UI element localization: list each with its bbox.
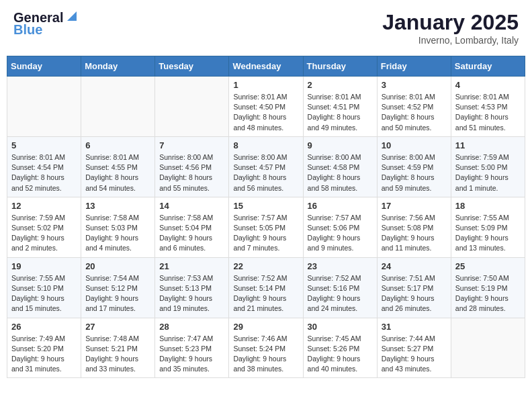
day-number: 4 [455,80,521,90]
day-info: Sunrise: 7:48 AMSunset: 5:21 PMDaylight:… [85,334,150,375]
day-info: Sunrise: 8:01 AMSunset: 4:54 PMDaylight:… [11,152,77,193]
day-info: Sunrise: 8:01 AMSunset: 4:51 PMDaylight:… [308,92,373,133]
day-info: Sunrise: 7:57 AMSunset: 5:05 PMDaylight:… [233,213,298,254]
logo: General Blue [13,10,79,37]
day-number: 2 [308,80,373,90]
calendar-empty-cell [7,77,81,137]
day-number: 21 [159,261,224,271]
calendar-header-thursday: Thursday [303,56,377,77]
calendar-day-8: 8Sunrise: 8:00 AMSunset: 4:57 PMDaylight… [229,136,303,197]
calendar-header-wednesday: Wednesday [229,56,303,77]
day-number: 14 [159,201,224,211]
day-number: 9 [308,140,373,150]
day-info: Sunrise: 7:58 AMSunset: 5:04 PMDaylight:… [159,213,224,254]
day-number: 30 [308,322,373,332]
day-info: Sunrise: 7:44 AMSunset: 5:27 PMDaylight:… [382,334,447,375]
day-number: 3 [382,80,447,90]
calendar-day-9: 9Sunrise: 8:00 AMSunset: 4:58 PMDaylight… [303,136,377,197]
day-info: Sunrise: 7:46 AMSunset: 5:24 PMDaylight:… [233,334,298,375]
day-number: 23 [308,261,373,271]
day-info: Sunrise: 7:55 AMSunset: 5:09 PMDaylight:… [455,213,521,254]
calendar-day-1: 1Sunrise: 8:01 AMSunset: 4:50 PMDaylight… [229,77,303,137]
calendar-header-saturday: Saturday [451,56,525,77]
calendar-day-23: 23Sunrise: 7:52 AMSunset: 5:16 PMDayligh… [303,257,377,318]
calendar-header-row: SundayMondayTuesdayWednesdayThursdayFrid… [7,56,525,77]
calendar-week-row: 5Sunrise: 8:01 AMSunset: 4:54 PMDaylight… [7,136,525,197]
calendar-day-30: 30Sunrise: 7:45 AMSunset: 5:26 PMDayligh… [303,318,377,378]
day-info: Sunrise: 7:58 AMSunset: 5:03 PMDaylight:… [85,213,150,254]
day-number: 7 [159,140,224,150]
day-info: Sunrise: 7:53 AMSunset: 5:13 PMDaylight:… [159,273,224,314]
logo-icon [64,9,79,24]
calendar-day-26: 26Sunrise: 7:49 AMSunset: 5:20 PMDayligh… [7,318,81,378]
calendar-day-24: 24Sunrise: 7:51 AMSunset: 5:17 PMDayligh… [377,257,451,318]
logo-text-blue: Blue [13,22,42,37]
calendar-day-27: 27Sunrise: 7:48 AMSunset: 5:21 PMDayligh… [81,318,155,378]
day-number: 26 [11,322,77,332]
day-info: Sunrise: 8:01 AMSunset: 4:52 PMDaylight:… [382,92,447,133]
day-info: Sunrise: 7:45 AMSunset: 5:26 PMDaylight:… [308,334,373,375]
calendar-empty-cell [81,77,155,137]
day-info: Sunrise: 7:54 AMSunset: 5:12 PMDaylight:… [85,273,150,314]
day-number: 1 [233,80,298,90]
calendar-day-6: 6Sunrise: 8:01 AMSunset: 4:55 PMDaylight… [81,136,155,197]
calendar-day-3: 3Sunrise: 8:01 AMSunset: 4:52 PMDaylight… [377,77,451,137]
day-number: 6 [85,140,150,150]
calendar-week-row: 26Sunrise: 7:49 AMSunset: 5:20 PMDayligh… [7,318,525,378]
day-number: 28 [159,322,224,332]
day-number: 12 [11,201,77,211]
day-number: 25 [455,261,521,271]
calendar-header-monday: Monday [81,56,155,77]
calendar-day-15: 15Sunrise: 7:57 AMSunset: 5:05 PMDayligh… [229,197,303,257]
month-title: January 2025 [382,10,519,35]
day-info: Sunrise: 8:01 AMSunset: 4:53 PMDaylight:… [455,92,521,133]
calendar-day-4: 4Sunrise: 8:01 AMSunset: 4:53 PMDaylight… [451,77,525,137]
calendar-header-friday: Friday [377,56,451,77]
day-info: Sunrise: 7:52 AMSunset: 5:14 PMDaylight:… [233,273,298,314]
calendar-day-21: 21Sunrise: 7:53 AMSunset: 5:13 PMDayligh… [155,257,229,318]
calendar-day-28: 28Sunrise: 7:47 AMSunset: 5:23 PMDayligh… [155,318,229,378]
day-info: Sunrise: 7:56 AMSunset: 5:08 PMDaylight:… [382,213,447,254]
calendar-day-20: 20Sunrise: 7:54 AMSunset: 5:12 PMDayligh… [81,257,155,318]
day-number: 16 [308,201,373,211]
calendar-header-sunday: Sunday [7,56,81,77]
calendar-day-11: 11Sunrise: 7:59 AMSunset: 5:00 PMDayligh… [451,136,525,197]
calendar-day-16: 16Sunrise: 7:57 AMSunset: 5:06 PMDayligh… [303,197,377,257]
day-number: 19 [11,261,77,271]
location-subtitle: Inverno, Lombardy, Italy [382,35,519,46]
day-number: 22 [233,261,298,271]
day-info: Sunrise: 8:00 AMSunset: 4:56 PMDaylight:… [159,152,224,193]
calendar-day-22: 22Sunrise: 7:52 AMSunset: 5:14 PMDayligh… [229,257,303,318]
day-number: 31 [382,322,447,332]
calendar-day-25: 25Sunrise: 7:50 AMSunset: 5:19 PMDayligh… [451,257,525,318]
day-info: Sunrise: 8:00 AMSunset: 4:57 PMDaylight:… [233,152,298,193]
day-number: 24 [382,261,447,271]
calendar-table: SundayMondayTuesdayWednesdayThursdayFrid… [7,56,525,378]
day-info: Sunrise: 7:50 AMSunset: 5:19 PMDaylight:… [455,273,521,314]
calendar-day-17: 17Sunrise: 7:56 AMSunset: 5:08 PMDayligh… [377,197,451,257]
calendar-day-5: 5Sunrise: 8:01 AMSunset: 4:54 PMDaylight… [7,136,81,197]
day-info: Sunrise: 7:55 AMSunset: 5:10 PMDaylight:… [11,273,77,314]
day-number: 27 [85,322,150,332]
day-info: Sunrise: 8:00 AMSunset: 4:58 PMDaylight:… [308,152,373,193]
calendar-day-29: 29Sunrise: 7:46 AMSunset: 5:24 PMDayligh… [229,318,303,378]
day-info: Sunrise: 8:01 AMSunset: 4:50 PMDaylight:… [233,92,298,133]
day-info: Sunrise: 7:59 AMSunset: 5:02 PMDaylight:… [11,213,77,254]
day-number: 20 [85,261,150,271]
calendar-day-18: 18Sunrise: 7:55 AMSunset: 5:09 PMDayligh… [451,197,525,257]
day-number: 8 [233,140,298,150]
calendar-day-2: 2Sunrise: 8:01 AMSunset: 4:51 PMDaylight… [303,77,377,137]
calendar-day-13: 13Sunrise: 7:58 AMSunset: 5:03 PMDayligh… [81,197,155,257]
svg-marker-0 [67,11,77,21]
day-info: Sunrise: 7:57 AMSunset: 5:06 PMDaylight:… [308,213,373,254]
calendar-week-row: 1Sunrise: 8:01 AMSunset: 4:50 PMDaylight… [7,77,525,137]
calendar-day-19: 19Sunrise: 7:55 AMSunset: 5:10 PMDayligh… [7,257,81,318]
day-number: 29 [233,322,298,332]
day-number: 13 [85,201,150,211]
day-info: Sunrise: 7:47 AMSunset: 5:23 PMDaylight:… [159,334,224,375]
calendar-header-tuesday: Tuesday [155,56,229,77]
day-info: Sunrise: 7:51 AMSunset: 5:17 PMDaylight:… [382,273,447,314]
title-area: January 2025 Inverno, Lombardy, Italy [382,10,519,46]
day-info: Sunrise: 8:01 AMSunset: 4:55 PMDaylight:… [85,152,150,193]
calendar-day-12: 12Sunrise: 7:59 AMSunset: 5:02 PMDayligh… [7,197,81,257]
